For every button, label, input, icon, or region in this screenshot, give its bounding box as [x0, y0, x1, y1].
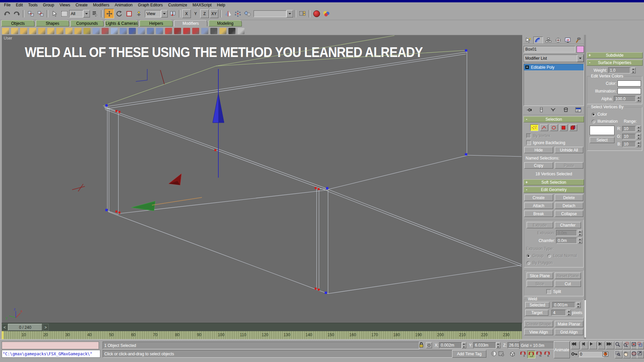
extrude-button[interactable]: Extrude: [527, 222, 553, 228]
dotted-region-icon[interactable]: [498, 351, 504, 358]
tab-helpers[interactable]: Helpers: [140, 20, 173, 26]
attach-button[interactable]: Attach: [524, 202, 553, 209]
absolute-offset-mode-icon[interactable]: [426, 342, 432, 348]
x-coordinate-spinner[interactable]: [462, 342, 466, 348]
stretch-modifier-icon[interactable]: [38, 28, 45, 34]
lathe-modifier-icon[interactable]: [102, 28, 109, 34]
unwrap-uvw-modifier-icon[interactable]: [165, 28, 172, 34]
extrusion-spinner[interactable]: [578, 230, 582, 236]
make-planar-button[interactable]: Make Planar: [555, 321, 584, 327]
mirror-icon[interactable]: [223, 9, 232, 18]
dropdown-arrow-icon[interactable]: [577, 55, 584, 62]
menu-item[interactable]: Customize: [165, 3, 190, 7]
restrict-x-button[interactable]: X: [182, 9, 191, 18]
stack-item-editable-poly[interactable]: + Editable Poly: [524, 64, 584, 70]
zoom-extents-all-icon[interactable]: [637, 342, 644, 349]
weld-selected-button[interactable]: Selected: [525, 302, 549, 308]
morph-modifier-icon[interactable]: [201, 28, 208, 34]
tab-modifiers[interactable]: Modifiers: [174, 20, 207, 26]
checker-modifier-icon[interactable]: [228, 28, 235, 34]
vertex-mode-icon[interactable]: [530, 124, 538, 131]
redo-icon[interactable]: [12, 9, 21, 18]
x-coordinate-field[interactable]: 0.002m: [439, 342, 462, 349]
utilities-tab-icon[interactable]: [573, 37, 582, 44]
stack-expand-icon[interactable]: +: [525, 65, 529, 69]
weight-spinner[interactable]: [631, 67, 636, 73]
range-g-spinner[interactable]: [637, 133, 641, 139]
tab-compounds[interactable]: Compounds: [70, 20, 104, 26]
modify-tab-icon[interactable]: [533, 37, 543, 44]
slice-button[interactable]: Slice: [527, 281, 553, 287]
viewport-user[interactable]: User WELD ALL OF THESE USING THE METHOD …: [2, 35, 523, 323]
alpha-field[interactable]: 100.0: [614, 96, 636, 102]
view-align-button[interactable]: View Align: [524, 329, 553, 335]
cut-button[interactable]: Cut: [555, 281, 581, 287]
next-frame-icon[interactable]: [598, 342, 605, 349]
material-modifier-icon[interactable]: [237, 28, 245, 34]
collapse-button[interactable]: Collapse: [555, 210, 584, 217]
weld-target-button[interactable]: Target: [525, 310, 548, 316]
add-time-tag-button[interactable]: Add Time Tag: [452, 350, 486, 358]
menu-item[interactable]: Create: [73, 3, 90, 7]
modifier-stack[interactable]: + Editable Poly: [524, 64, 584, 106]
dropdown-arrow-icon[interactable]: [286, 10, 293, 17]
boolean-modifier-icon[interactable]: [138, 28, 145, 34]
min-max-toggle-icon[interactable]: [637, 351, 644, 358]
cylinder-modifier-icon[interactable]: [156, 28, 163, 34]
mirror-modifier-icon[interactable]: [84, 28, 91, 34]
quick-render-icon[interactable]: [322, 9, 331, 18]
go-to-end-icon[interactable]: [606, 342, 614, 349]
track-bar-frame-marker[interactable]: [2, 331, 4, 339]
pan-hand-icon[interactable]: [623, 351, 631, 358]
y-coordinate-field[interactable]: 6.033m: [473, 342, 496, 349]
named-selection-sets-dropdown[interactable]: [254, 10, 293, 17]
hide-button[interactable]: Hide: [524, 147, 553, 153]
y-coordinate-spinner[interactable]: [496, 342, 500, 348]
maxscript-mini-listener[interactable]: [2, 342, 99, 349]
uvw-map-modifier-icon[interactable]: [174, 28, 181, 34]
select-color-swatch[interactable]: [590, 126, 614, 135]
restrict-xy-plane-button[interactable]: XY: [210, 9, 218, 18]
select-and-scale-icon[interactable]: [124, 9, 133, 18]
display-tab-icon[interactable]: [563, 37, 572, 44]
snap-cube-icon[interactable]: [509, 351, 516, 358]
smooth-modifier-icon[interactable]: [192, 28, 199, 34]
select-by-color-radio[interactable]: [592, 113, 595, 116]
current-frame-field[interactable]: 0: [578, 351, 604, 357]
range-g-field[interactable]: 10: [622, 134, 636, 139]
selection-rollout-header[interactable]: - Selection: [524, 116, 584, 122]
rollout-toggle[interactable]: -: [524, 187, 529, 192]
create-button[interactable]: Create: [524, 194, 553, 201]
slice-plane-button[interactable]: Slice Plane: [527, 273, 553, 279]
select-by-illumination-radio[interactable]: [592, 120, 595, 123]
hierarchy-tab-icon[interactable]: [544, 37, 553, 44]
dropdown-arrow-icon[interactable]: [83, 10, 90, 17]
layer-manager-icon[interactable]: [298, 9, 307, 18]
menu-item[interactable]: Edit: [13, 3, 25, 7]
show-end-result-icon[interactable]: [550, 108, 556, 113]
snap-3d-icon[interactable]: 3: [519, 351, 527, 358]
maxscript-listener-line[interactable]: "C:\gmax\gamepacks\FSX_GMaxGamepack\": [2, 350, 100, 358]
rollout-toggle[interactable]: -: [587, 60, 592, 65]
selection-filter-dropdown[interactable]: All: [69, 10, 90, 17]
menu-item[interactable]: Modifiers: [90, 3, 112, 7]
key-mode-icon[interactable]: [571, 352, 577, 357]
skew-modifier-icon[interactable]: [29, 28, 36, 34]
noise-modifier-icon[interactable]: [65, 28, 72, 34]
select-and-rotate-icon[interactable]: [115, 9, 124, 18]
extrusion-field[interactable]: 0.0m: [556, 230, 577, 236]
soft-selection-rollout-header[interactable]: + Soft Selection: [524, 179, 584, 185]
percent-snap-icon[interactable]: %: [535, 351, 543, 358]
surface-properties-rollout-header[interactable]: - Surface Properties: [587, 60, 643, 66]
sphere-modifier-icon[interactable]: [147, 28, 154, 34]
ignore-backfacing-checkbox[interactable]: [526, 140, 531, 145]
zoom-icon[interactable]: [615, 342, 623, 349]
angle-snap-icon[interactable]: [527, 351, 535, 358]
grid-align-button[interactable]: Grid Align: [555, 329, 584, 335]
rollout-toggle[interactable]: -: [524, 117, 529, 122]
local-normal-radio[interactable]: [547, 254, 551, 258]
weld-selected-spinner[interactable]: [576, 302, 581, 308]
extrude-modifier-icon[interactable]: [93, 28, 100, 34]
range-r-field[interactable]: 10: [622, 126, 636, 132]
range-b-field[interactable]: 10: [622, 141, 636, 147]
